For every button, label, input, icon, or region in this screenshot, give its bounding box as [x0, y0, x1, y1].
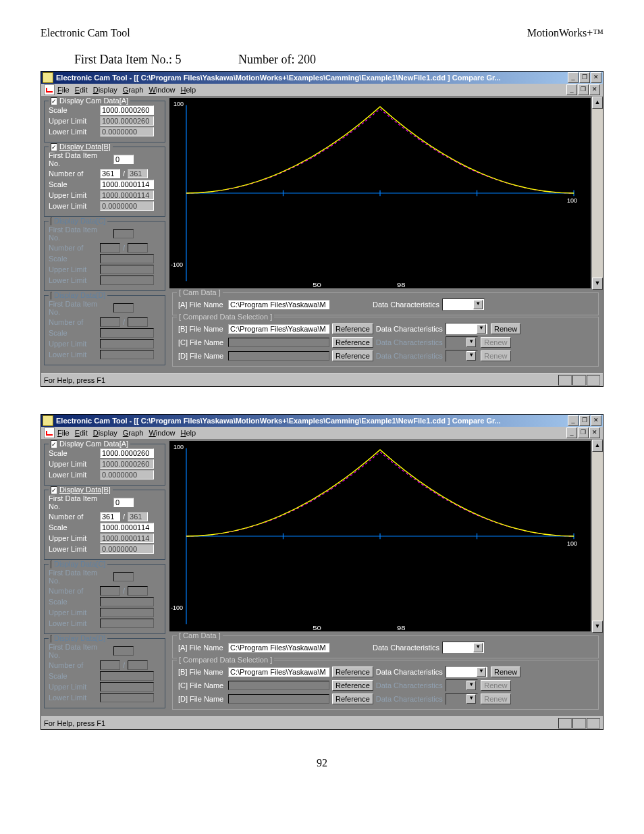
menu-edit[interactable]: Edit	[75, 86, 88, 94]
group-display-b: ✓Display Data[B] First Data Item No. Num…	[44, 490, 165, 560]
menu-graph[interactable]: Graph	[123, 429, 144, 437]
checkbox-d[interactable]	[51, 635, 52, 643]
caption-first-data: First Data Item No.: 5	[74, 53, 181, 66]
renew-b-button[interactable]: Renew	[491, 323, 520, 334]
app-icon	[43, 72, 53, 83]
status-text: For Help, press F1	[44, 719, 105, 727]
menu-display[interactable]: Display	[93, 86, 117, 94]
checkbox-a[interactable]: ✓	[51, 97, 57, 105]
select-dc-d: ▼	[446, 350, 478, 362]
label-b-file: [B] File Name	[178, 325, 225, 333]
titlebar[interactable]: Electronic Cam Tool - [[ C:\Program File…	[41, 72, 603, 84]
menu-graph[interactable]: Graph	[123, 86, 144, 94]
renew-b-button[interactable]: Renew	[491, 667, 520, 677]
vertical-scrollbar[interactable]: ▲ ▼	[592, 97, 603, 290]
document-icon[interactable]	[44, 427, 55, 438]
doc-header-left: Electronic Cam Tool	[41, 27, 130, 39]
input-a-file[interactable]	[228, 300, 329, 309]
menu-file[interactable]: File	[57, 429, 70, 437]
chevron-down-icon: ▼	[466, 681, 476, 690]
input-scale-a[interactable]	[100, 448, 154, 458]
maximize-button[interactable]: ❐	[579, 415, 590, 426]
input-scale-a[interactable]	[100, 105, 154, 115]
checkbox-c[interactable]	[51, 217, 52, 226]
mdi-maximize[interactable]: ❐	[578, 427, 589, 438]
select-dc-b[interactable]: Position▼	[446, 666, 488, 678]
menu-help[interactable]: Help	[181, 86, 196, 94]
chevron-down-icon: ▼	[477, 667, 486, 677]
mdi-close[interactable]: ✕	[589, 427, 600, 438]
minimize-button[interactable]: _	[568, 72, 579, 83]
vertical-scrollbar[interactable]: ▲ ▼	[592, 440, 603, 633]
menubar: File Edit Display Graph Window Help _ ❐ …	[41, 427, 603, 440]
input-lower-a	[100, 127, 154, 136]
label-dc-b: Data Characteristics	[376, 325, 443, 333]
label-lower-a: Lower Limit	[49, 128, 97, 136]
menu-window[interactable]: Window	[149, 429, 175, 437]
mdi-close[interactable]: ✕	[589, 84, 600, 95]
menu-window[interactable]: Window	[149, 86, 175, 94]
label-upper-a: Upper Limit	[49, 117, 97, 125]
menu-display[interactable]: Display	[93, 429, 117, 437]
select-dc-a[interactable]: Position▼	[442, 298, 485, 311]
mdi-minimize[interactable]: _	[566, 427, 577, 438]
scroll-up-button[interactable]: ▲	[592, 97, 603, 109]
input-a-file[interactable]	[228, 643, 329, 652]
label-num-c: Number of	[49, 244, 97, 252]
minimize-button[interactable]: _	[568, 415, 579, 426]
reference-b-button[interactable]: Reference	[332, 323, 373, 334]
input-b-file[interactable]	[228, 324, 329, 334]
figure-caption: First Data Item No.: 5 Number of: 200	[74, 53, 603, 67]
mdi-maximize[interactable]: ❐	[578, 84, 589, 95]
titlebar[interactable]: Electronic Cam Tool - [[ C:\Program File…	[41, 415, 603, 427]
svg-text:50: 50	[313, 624, 321, 631]
group-display-a: ✓Display Cam Data[A] Scale Upper Limit L…	[44, 101, 165, 142]
input-b-file[interactable]	[228, 667, 329, 677]
select-dc-a[interactable]: Position▼	[442, 642, 485, 654]
chevron-down-icon: ▼	[466, 351, 476, 361]
checkbox-d[interactable]	[51, 292, 52, 300]
input-num-b[interactable]	[100, 169, 120, 178]
input-first-b[interactable]	[113, 155, 134, 164]
group-display-c: Display Data[C] First Data Item No. Numb…	[44, 221, 165, 291]
menu-file[interactable]: File	[57, 86, 70, 94]
scroll-down-button[interactable]: ▼	[592, 278, 603, 290]
input-scale-b[interactable]	[100, 180, 154, 189]
scroll-down-button[interactable]: ▼	[592, 621, 603, 633]
compared-data-group: [ Compared Data Selection ] [B] File Nam…	[172, 660, 599, 710]
reference-b-button[interactable]: Reference	[332, 667, 373, 677]
label-num-b: Number of	[49, 170, 97, 178]
legend-a: Display Cam Data[A]	[59, 97, 128, 105]
cam-data-group: [ Cam Data ] [A] File Name Data Characte…	[172, 292, 599, 315]
reference-d-button[interactable]: Reference	[332, 350, 373, 361]
menu-edit[interactable]: Edit	[75, 429, 88, 437]
chevron-down-icon: ▼	[473, 300, 483, 309]
mdi-minimize[interactable]: _	[566, 84, 577, 95]
checkbox-b[interactable]: ✓	[51, 143, 57, 151]
menu-help[interactable]: Help	[181, 429, 196, 437]
input-c-file	[228, 338, 329, 347]
close-button[interactable]: ✕	[591, 72, 601, 83]
window-title: Electronic Cam Tool - [[ C:\Program File…	[56, 417, 568, 425]
select-dc-b[interactable]: Position▼	[446, 323, 488, 335]
statusbar: For Help, press F1	[41, 373, 603, 386]
document-icon[interactable]	[44, 84, 55, 95]
label-upper-c: Upper Limit	[49, 265, 97, 273]
input-first-c	[113, 229, 134, 238]
maximize-button[interactable]: ❐	[579, 72, 590, 83]
chevron-down-icon: ▼	[473, 643, 483, 652]
checkbox-a[interactable]: ✓	[51, 440, 57, 448]
reference-d-button[interactable]: Reference	[332, 694, 373, 704]
scroll-up-button[interactable]: ▲	[592, 440, 603, 452]
group-display-b: ✓Display Data[B] First Data Item No. Num…	[44, 147, 165, 217]
close-button[interactable]: ✕	[591, 415, 601, 426]
reference-c-button[interactable]: Reference	[332, 680, 373, 691]
group-display-d: Display Data[D] First Data Item No. Numb…	[44, 295, 165, 365]
checkbox-c[interactable]	[51, 561, 52, 569]
reference-c-button[interactable]: Reference	[332, 337, 373, 348]
legend-c: Display Data[C]	[54, 217, 105, 225]
checkbox-b[interactable]: ✓	[51, 486, 57, 494]
chevron-down-icon: ▼	[466, 694, 476, 704]
input-d-file	[228, 351, 329, 361]
compared-legend: [ Compared Data Selection ]	[177, 313, 274, 321]
